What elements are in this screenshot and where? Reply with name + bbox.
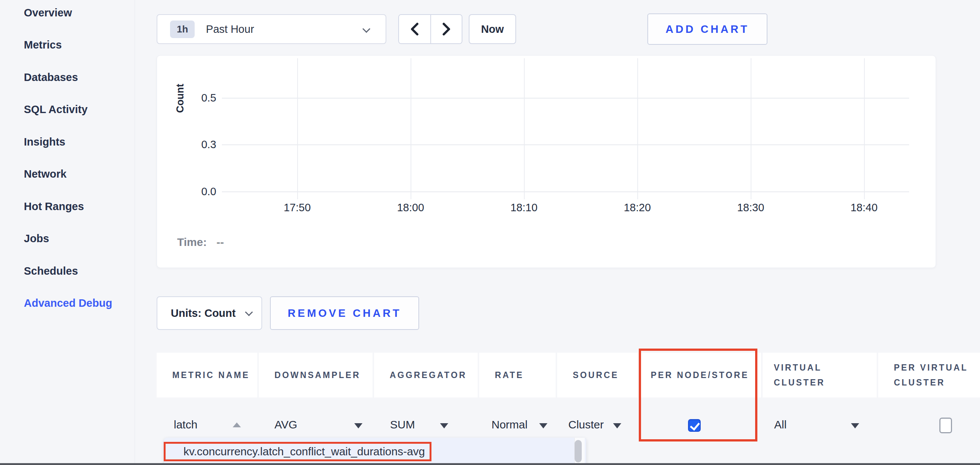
x-tick: 18:20 [615,201,660,214]
downsampler-select[interactable]: AVG [274,419,297,431]
x-tick: 17:50 [275,201,320,214]
dropdown-scrollbar [574,438,585,465]
column-header-virtual-cluster: VIRTUAL CLUSTER [763,353,877,398]
sidebar-item-metrics[interactable]: Metrics [24,39,62,51]
y-tick: 0.0 [186,185,216,198]
metric-suggestions-dropdown: kv.concurrency.latch_conflict_wait_durat… [164,438,586,465]
hover-time-value: -- [216,236,224,248]
chevron-down-icon[interactable] [440,423,448,428]
x-tick: 18:10 [501,201,546,214]
gridline-vertical [637,58,638,199]
column-header-rate: RATE [479,353,556,398]
chevron-left-icon [408,22,421,37]
source-select[interactable]: Cluster [568,419,604,431]
chevron-down-icon[interactable] [354,423,363,428]
hover-time-readout: Time:-- [177,236,224,249]
advanced-debug-custom-chart-page: Overview Metrics Databases SQL Activity … [0,0,980,465]
column-header-metric-name: METRIC NAME [157,353,257,398]
time-window-label: Past Hour [206,23,254,35]
gridline-vertical [297,58,298,199]
prev-time-button[interactable] [399,15,430,43]
column-header-source: SOURCE [557,353,638,398]
now-button[interactable]: Now [469,14,516,44]
x-tick: 18:40 [842,201,886,214]
units-select[interactable]: Units: Count [157,296,262,330]
per-virtual-cluster-checkbox[interactable] [939,418,952,433]
window-bottom-edge [0,463,980,465]
sidebar-item-insights[interactable]: Insights [24,136,65,148]
sidebar-item-schedules[interactable]: Schedules [24,265,78,277]
gridline-vertical [410,58,411,199]
chevron-right-icon [440,22,453,37]
chevron-down-icon[interactable] [539,423,547,428]
chevron-down-icon[interactable] [851,423,859,428]
gridline-horizontal [222,192,909,192]
column-header-aggregator: AGGREGATOR [374,353,478,398]
add-chart-button[interactable]: ADD CHART [648,13,767,45]
per-node-store-checkbox[interactable] [688,419,701,432]
sidebar-item-advanced-debug[interactable]: Advanced Debug [24,297,112,309]
y-tick: 0.5 [186,92,216,104]
sidebar-item-hot-ranges[interactable]: Hot Ranges [24,200,84,213]
gridline-horizontal [222,98,909,99]
chevron-down-icon [245,308,253,316]
y-axis-label: Count [175,84,186,113]
time-window-pager [398,14,462,44]
sidebar-divider [135,0,135,465]
sidebar-item-sql-activity[interactable]: SQL Activity [24,103,88,116]
time-window-badge: 1h [170,21,195,38]
time-window-select[interactable]: 1h Past Hour [157,14,387,44]
sort-up-icon[interactable] [233,422,241,427]
sidebar-item-databases[interactable]: Databases [24,71,78,84]
next-time-button[interactable] [430,15,462,43]
chevron-down-icon[interactable] [613,423,621,428]
chevron-down-icon [363,25,370,33]
sidebar-item-network[interactable]: Network [24,168,66,180]
scrollbar-thumb[interactable] [575,440,582,462]
gridline-horizontal [222,144,909,145]
column-header-downsampler: DOWNSAMPLER [259,353,372,398]
metric-name-input[interactable]: latch [174,419,197,431]
x-tick: 18:00 [388,201,433,214]
column-header-per-virtual-cluster: PER VIRTUAL CLUSTER [878,353,980,398]
chart-card[interactable] [157,55,936,268]
y-tick: 0.3 [186,139,216,151]
column-header-per-node-store: PER NODE/STORE [640,353,761,398]
metric-suggestion-item[interactable]: kv.concurrency.latch_conflict_wait_durat… [183,445,425,458]
gridline-vertical [864,58,865,199]
hover-time-label: Time: [177,236,207,248]
aggregator-select[interactable]: SUM [390,419,415,431]
gridline-vertical [751,58,751,199]
units-select-label: Units: Count [171,307,235,320]
rate-select[interactable]: Normal [492,419,528,431]
sidebar-item-overview[interactable]: Overview [24,7,72,19]
sidebar-item-jobs[interactable]: Jobs [24,232,49,245]
remove-chart-button[interactable]: REMOVE CHART [270,296,419,330]
x-tick: 18:30 [728,201,773,214]
gridline-vertical [524,58,525,199]
virtual-cluster-select[interactable]: All [774,419,786,431]
